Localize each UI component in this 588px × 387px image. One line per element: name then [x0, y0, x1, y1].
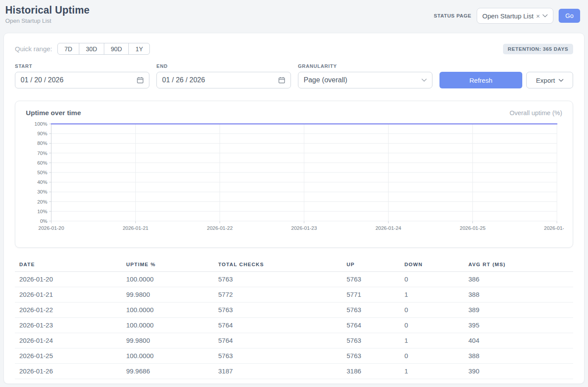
svg-text:20%: 20%: [37, 199, 47, 204]
quick-range-group: Quick range: 7D30D90D1Y: [15, 43, 150, 55]
page-header: Historical Uptime Open Startup List STAT…: [0, 0, 588, 32]
chart-title: Uptime over time: [26, 109, 81, 117]
table-cell: 0: [400, 272, 464, 287]
end-date-field: END 01 / 26 / 2026: [156, 63, 291, 88]
column-header: TOTAL CHECKS: [214, 258, 342, 272]
end-date-value: 01 / 26 / 2026: [162, 76, 205, 84]
table-row: 2026-01-2499.9800576457631404: [15, 333, 573, 348]
refresh-button[interactable]: Refresh: [439, 72, 522, 88]
table-cell: 0: [400, 348, 464, 364]
chevron-down-icon: [542, 14, 548, 18]
svg-text:30%: 30%: [37, 189, 47, 194]
svg-text:10%: 10%: [37, 209, 47, 214]
chart-legend: Overall uptime (%): [510, 109, 562, 116]
table-cell: 99.9686: [122, 364, 214, 379]
go-button[interactable]: Go: [559, 9, 580, 23]
end-date-input[interactable]: 01 / 26 / 2026: [156, 72, 291, 88]
svg-text:0%: 0%: [40, 218, 47, 224]
retention-badge: RETENTION: 365 DAYS: [503, 44, 573, 54]
table-cell: 2026-01-20: [15, 272, 122, 287]
granularity-value: Page (overall): [304, 76, 347, 84]
table-cell: 1: [400, 333, 464, 348]
filter-form-row: START 01 / 20 / 2026 END 01 / 26 / 2026 …: [15, 63, 573, 88]
table-cell: 5772: [214, 287, 342, 303]
status-page-select[interactable]: Open Startup List ×: [477, 8, 554, 24]
table-cell: 2026-01-25: [15, 348, 122, 364]
uptime-chart: 0%10%20%30%40%50%60%70%80%90%100%2026-01…: [26, 120, 562, 234]
granularity-select[interactable]: Page (overall): [298, 72, 432, 88]
table-row: 2026-01-23100.0000576457640395: [15, 318, 573, 333]
table-cell: 2026-01-23: [15, 318, 122, 333]
uptime-chart-card: Uptime over time Overall uptime (%) 0%10…: [15, 101, 573, 248]
header-right: STATUS PAGE Open Startup List × Go: [434, 8, 580, 24]
table-row: 2026-01-20100.0000576357630386: [15, 272, 573, 287]
table-row: 2026-01-22100.0000576357630389: [15, 303, 573, 318]
table-cell: 0: [400, 318, 464, 333]
calendar-icon[interactable]: [278, 77, 285, 84]
table-cell: 5763: [342, 348, 400, 364]
calendar-icon[interactable]: [137, 77, 144, 84]
svg-text:50%: 50%: [37, 170, 47, 175]
start-date-value: 01 / 20 / 2026: [21, 76, 64, 84]
table-cell: 5763: [342, 333, 400, 348]
status-page-label: STATUS PAGE: [434, 13, 471, 18]
svg-text:2026-01-26: 2026-01-26: [544, 225, 564, 231]
start-date-field: START 01 / 20 / 2026: [15, 63, 149, 88]
table-cell: 5771: [342, 287, 400, 303]
table-cell: 5763: [214, 348, 342, 364]
table-cell: 5763: [342, 303, 400, 318]
table-cell: 388: [464, 287, 573, 303]
table-cell: 100.0000: [122, 348, 214, 364]
quick-range-7d[interactable]: 7D: [57, 43, 79, 55]
table-row: 2026-01-2199.9800577257711388: [15, 287, 573, 303]
column-header: DOWN: [400, 258, 464, 272]
table-cell: 2026-01-26: [15, 364, 122, 379]
chart-header: Uptime over time Overall uptime (%): [26, 109, 562, 117]
table-cell: 2026-01-21: [15, 287, 122, 303]
quick-range-90d[interactable]: 90D: [104, 43, 129, 55]
quick-range-30d[interactable]: 30D: [79, 43, 104, 55]
end-date-label: END: [156, 63, 291, 69]
svg-text:2026-01-22: 2026-01-22: [207, 225, 233, 231]
export-button[interactable]: Export: [526, 72, 573, 88]
svg-text:2026-01-20: 2026-01-20: [39, 225, 64, 231]
uptime-table: DATEUPTIME %TOTAL CHECKSUPDOWNAVG RT (MS…: [15, 258, 573, 379]
table-cell: 2026-01-22: [15, 303, 122, 318]
quick-range-buttons: 7D30D90D1Y: [57, 43, 150, 55]
table-cell: 386: [464, 272, 573, 287]
table-cell: 100.0000: [122, 303, 214, 318]
table-cell: 100.0000: [122, 318, 214, 333]
table-cell: 0: [400, 303, 464, 318]
svg-text:2026-01-23: 2026-01-23: [291, 225, 317, 231]
column-header: UP: [342, 258, 400, 272]
export-label: Export: [536, 77, 555, 84]
table-header-row: DATEUPTIME %TOTAL CHECKSUPDOWNAVG RT (MS…: [15, 258, 573, 272]
svg-text:60%: 60%: [37, 160, 47, 165]
quick-range-label: Quick range:: [15, 45, 52, 53]
table-cell: 5763: [214, 303, 342, 318]
table-cell: 5763: [214, 272, 342, 287]
table-cell: 2026-01-24: [15, 333, 122, 348]
main-card: Quick range: 7D30D90D1Y RETENTION: 365 D…: [4, 33, 584, 384]
table-cell: 404: [464, 333, 573, 348]
table-row: 2026-01-25100.0000576357630388: [15, 348, 573, 364]
granularity-label: GRANULARITY: [298, 63, 432, 69]
table-cell: 3187: [214, 364, 342, 379]
granularity-field: GRANULARITY Page (overall): [298, 63, 432, 88]
status-page-value: Open Startup List: [482, 12, 534, 20]
quick-range-1y[interactable]: 1Y: [128, 43, 150, 55]
table-cell: 5764: [214, 318, 342, 333]
start-date-input[interactable]: 01 / 20 / 2026: [15, 72, 149, 88]
clear-selection-icon[interactable]: ×: [536, 13, 540, 19]
svg-text:80%: 80%: [37, 141, 47, 146]
uptime-table-wrap: DATEUPTIME %TOTAL CHECKSUPDOWNAVG RT (MS…: [15, 258, 573, 379]
table-cell: 390: [464, 364, 573, 379]
table-cell: 99.9800: [122, 287, 214, 303]
chevron-down-icon: [422, 78, 427, 82]
table-cell: 99.9800: [122, 333, 214, 348]
table-cell: 3186: [342, 364, 400, 379]
table-row: 2026-01-2699.9686318731861390: [15, 364, 573, 379]
title-block: Historical Uptime Open Startup List: [5, 4, 90, 24]
svg-text:40%: 40%: [37, 179, 47, 185]
table-cell: 5763: [342, 272, 400, 287]
